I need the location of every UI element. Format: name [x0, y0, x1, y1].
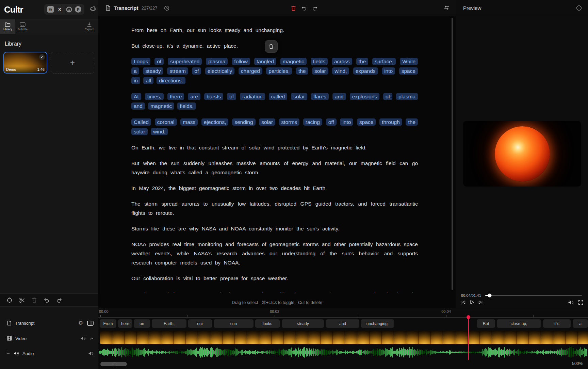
delete-clip-icon[interactable]: [32, 297, 37, 303]
selected-word[interactable]: Called: [131, 118, 151, 126]
timeline-word-chip[interactable]: close-up,: [497, 319, 541, 328]
timeline-word-chip[interactable]: here: [118, 319, 132, 328]
selected-word[interactable]: and: [131, 102, 145, 110]
selected-word[interactable]: directions.: [157, 77, 185, 84]
selected-word[interactable]: and: [332, 93, 346, 100]
x-twitter-icon[interactable]: X: [56, 6, 63, 13]
selected-word[interactable]: fields: [311, 58, 328, 65]
seek-thumb[interactable]: [488, 294, 491, 298]
megaphone-icon[interactable]: [89, 5, 97, 12]
panel-toggle-icon[interactable]: [87, 321, 94, 326]
playhead[interactable]: [468, 317, 469, 360]
selected-word[interactable]: tangled: [254, 58, 276, 65]
selected-word[interactable]: wind.: [151, 128, 168, 135]
selected-word[interactable]: the: [356, 58, 369, 65]
timeline-word-chip[interactable]: looks: [255, 319, 280, 328]
selected-word[interactable]: magnetic: [148, 102, 174, 110]
selected-word[interactable]: mass: [180, 118, 198, 126]
selected-word[interactable]: Loops: [131, 58, 150, 65]
transcript-paragraph[interactable]: The storm spread auroras to unusually lo…: [131, 199, 418, 218]
undo-icon[interactable]: [301, 6, 307, 11]
selected-word[interactable]: steady: [143, 67, 163, 75]
selected-word[interactable]: of: [154, 58, 164, 65]
producthunt-icon[interactable]: P: [75, 6, 82, 13]
track-header-transcript[interactable]: Transcript ⚙: [0, 318, 98, 328]
selected-word[interactable]: a: [131, 67, 139, 75]
history-clock-icon[interactable]: [164, 5, 169, 11]
selected-word[interactable]: ejections,: [201, 118, 228, 126]
selected-word[interactable]: space: [399, 67, 418, 75]
timeline-word-chip[interactable]: Earth,: [152, 319, 186, 328]
fullscreen-icon[interactable]: [578, 300, 583, 305]
timeline-word-chip[interactable]: on: [134, 319, 150, 328]
selected-word[interactable]: all: [143, 77, 153, 84]
linkedin-icon[interactable]: in: [47, 6, 54, 13]
chevron-up-icon[interactable]: [90, 337, 94, 340]
transcript-paragraph[interactable]: Our collaboration is vital to better pre…: [131, 274, 418, 283]
library-clip-demo[interactable]: ✓ Demo 1:46: [3, 52, 47, 74]
selected-word[interactable]: charged: [239, 67, 262, 75]
transcript-paragraph[interactable]: Storms like these are why NASA and NOAA …: [131, 224, 418, 233]
target-icon[interactable]: [6, 297, 13, 303]
selected-word[interactable]: While: [400, 58, 418, 65]
gear-icon[interactable]: ⚙: [79, 320, 83, 326]
speaker-icon[interactable]: [80, 336, 86, 341]
selected-word[interactable]: solar: [291, 93, 307, 100]
timeline[interactable]: 00:0000:0200:04 FromhereonEarth,oursunlo…: [98, 308, 588, 369]
undo-icon[interactable]: [44, 298, 50, 303]
selected-word[interactable]: fields.: [177, 102, 196, 110]
selected-word[interactable]: magnetic: [280, 58, 307, 65]
timeline-scrollbar[interactable]: [100, 362, 127, 366]
transcript-body[interactable]: From here on Earth, our sun looks steady…: [131, 16, 418, 292]
selected-word[interactable]: racing: [303, 118, 322, 126]
selected-word[interactable]: space: [357, 118, 376, 126]
info-icon[interactable]: [576, 5, 582, 11]
add-media-button[interactable]: +: [51, 52, 94, 74]
audio-waveform-track[interactable]: [98, 346, 588, 358]
timeline-ruler[interactable]: 00:0000:0200:04: [98, 308, 588, 318]
selected-word[interactable]: storms: [279, 118, 300, 126]
playhead-handle[interactable]: [467, 315, 470, 319]
speaker-icon[interactable]: [88, 351, 94, 356]
selected-word[interactable]: of: [227, 93, 236, 100]
transcript-paragraph[interactable]: NOAA provides real time monitoring and f…: [131, 240, 418, 267]
selected-word[interactable]: radiation: [240, 93, 265, 100]
selected-word[interactable]: coronal: [155, 118, 177, 126]
redo-icon[interactable]: [56, 298, 62, 303]
selected-word[interactable]: follow: [232, 58, 250, 65]
floating-delete-button[interactable]: [265, 40, 278, 53]
selected-word[interactable]: into: [382, 67, 395, 75]
seek-slider[interactable]: [485, 295, 582, 296]
selected-word[interactable]: the: [406, 118, 418, 126]
selected-word[interactable]: plasma: [396, 93, 418, 100]
selected-word[interactable]: into: [340, 118, 353, 126]
track-header-audio[interactable]: Audio: [0, 348, 98, 358]
selected-word[interactable]: are: [188, 93, 200, 100]
timeline-word-chip[interactable]: it's: [543, 319, 571, 328]
play-button-icon[interactable]: [470, 300, 474, 305]
tab-library[interactable]: Library: [0, 19, 15, 34]
selected-word[interactable]: called: [269, 93, 288, 100]
transcript-paragraph[interactable]: At times, there are bursts of radiation …: [131, 92, 418, 111]
selected-word[interactable]: through: [379, 118, 402, 126]
track-header-video[interactable]: Video: [0, 333, 98, 343]
selected-word[interactable]: off: [326, 118, 337, 126]
timeline-word-chip[interactable]: From: [100, 319, 116, 328]
delete-selection-icon[interactable]: [291, 5, 296, 11]
selected-word[interactable]: At: [131, 93, 141, 100]
timeline-word-chip[interactable]: our: [188, 319, 212, 328]
selected-word[interactable]: explosions: [350, 93, 379, 100]
scissors-icon[interactable]: [19, 297, 25, 303]
selected-word[interactable]: surface,: [372, 58, 396, 65]
transcript-paragraph[interactable]: On Earth, we live in that constant strea…: [131, 143, 418, 152]
selected-word[interactable]: particles,: [266, 67, 292, 75]
transcript-paragraph[interactable]: In May 2024, the biggest geomagnetic sto…: [131, 183, 418, 193]
selected-word[interactable]: plasma: [206, 58, 228, 65]
selected-word[interactable]: superheated: [168, 58, 202, 65]
selected-word[interactable]: expands: [353, 67, 378, 75]
timeline-word-chip[interactable]: unchanging.: [361, 319, 394, 328]
selected-word[interactable]: of: [383, 93, 392, 100]
selected-word[interactable]: there: [167, 93, 184, 100]
redo-icon[interactable]: [312, 6, 318, 11]
selected-word[interactable]: wind,: [332, 67, 349, 75]
